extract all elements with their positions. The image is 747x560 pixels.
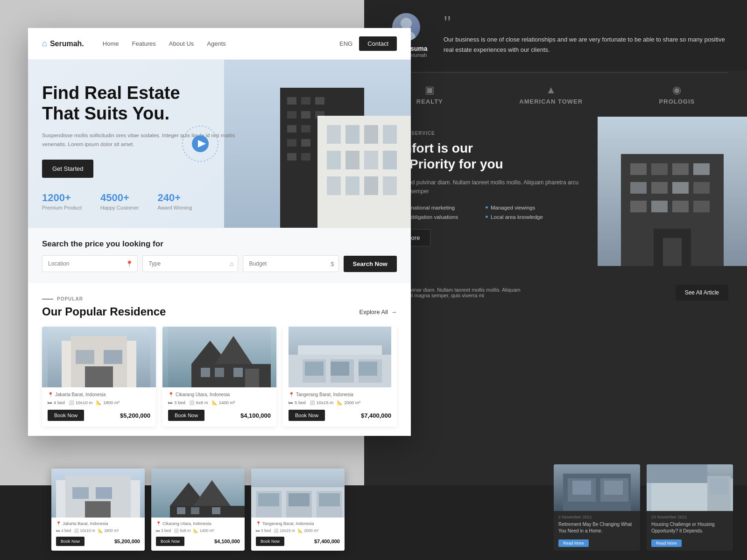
overlay-card-1: 📍 Jakarta Barat, Indonesia 🛏 4 bed ⬜ 10x… xyxy=(51,469,145,551)
location-icon: 📍 xyxy=(126,260,133,267)
svg-rect-89 xyxy=(258,493,279,506)
oc-beds: 🛏 3 bed xyxy=(156,528,171,533)
service-building-image xyxy=(598,117,747,266)
oc-book-button-3[interactable]: Book Now xyxy=(256,537,284,546)
size-spec: ⬜ 10x10 m xyxy=(69,400,92,405)
area-spec: 📐 1800 m² xyxy=(96,400,120,405)
svg-rect-61 xyxy=(245,369,259,387)
stat-num-awards: 240+ xyxy=(158,192,192,204)
nav-agents[interactable]: Agents xyxy=(207,40,226,47)
get-started-button[interactable]: Get Started xyxy=(42,160,93,178)
budget-input[interactable] xyxy=(243,255,338,272)
svg-rect-58 xyxy=(201,368,210,377)
svg-point-0 xyxy=(401,18,412,29)
partners-section: ▣ REALTY ▲ AMERICAN TOWER ◉ PROLOGIS xyxy=(364,75,747,114)
svg-rect-60 xyxy=(233,368,243,377)
pin-icon: 📍 xyxy=(168,392,174,397)
stat-customers: 4500+ Happy Customer xyxy=(100,192,139,210)
oc-beds: 🛏 4 bed xyxy=(56,528,71,533)
book-now-button-2[interactable]: Book Now xyxy=(168,410,204,421)
book-now-button-1[interactable]: Book Now xyxy=(48,410,84,421)
svg-rect-11 xyxy=(693,182,710,194)
card-location-2: 📍 Cikarang Utara, Indonesia xyxy=(168,392,271,397)
arrow-icon: → xyxy=(391,308,397,315)
location-input-wrap: 📍 xyxy=(42,255,138,272)
oc-price-1: $5,200,000 xyxy=(114,539,140,544)
book-now-button-3[interactable]: Book Now xyxy=(289,410,325,421)
oc-area: 📐 2000 m² xyxy=(298,528,318,533)
explore-all-link[interactable]: Explore All → xyxy=(359,308,397,315)
nav-home[interactable]: Home xyxy=(103,40,119,47)
oc-price-2: $4,100,000 xyxy=(214,539,240,544)
svg-rect-21 xyxy=(327,125,341,144)
svg-rect-59 xyxy=(215,368,224,377)
svg-rect-12 xyxy=(630,201,647,212)
svg-rect-32 xyxy=(383,176,397,195)
overlay-card-3: 📍 Tangerang Barat, Indonesia 🛏 5 bed ⬜ 1… xyxy=(251,469,345,551)
overlay-card-2: 📍 Cikarang Utara, Indonesia 🛏 3 bed ⬜ 6x… xyxy=(151,469,245,551)
svg-rect-69 xyxy=(331,362,349,376)
logo-icon: ⌂ xyxy=(42,39,47,49)
svg-rect-17 xyxy=(663,238,682,266)
oc-specs-1: 🛏 4 bed ⬜ 10x10 m 📐 1800 m² xyxy=(56,528,140,533)
nav-about[interactable]: About Us xyxy=(169,40,194,47)
stat-num-customers: 4500+ xyxy=(100,192,139,204)
card-footer-1: Book Now $5,200,000 xyxy=(48,410,150,421)
svg-rect-26 xyxy=(345,151,359,169)
service-description: Vivamus sed pulvinar diam. Nullam laoree… xyxy=(383,178,579,196)
oc-size: ⬜ 6x8 m xyxy=(174,528,190,533)
service-tag: OUR SERVICE xyxy=(383,131,579,136)
oc-size: ⬜ 10x15 m xyxy=(274,528,295,533)
hero-title: Find Real Estate That Suits You. xyxy=(42,83,238,124)
nav-features[interactable]: Features xyxy=(132,40,155,47)
dbc-read-more-1[interactable]: Read More xyxy=(558,539,589,547)
popular-section: POPULAR Our Popular Residence Explore Al… xyxy=(28,283,411,436)
stat-awards: 240+ Award Winning xyxy=(158,192,192,210)
oc-book-button-2[interactable]: Book Now xyxy=(156,537,184,546)
overlay-card-image-1 xyxy=(51,469,145,518)
property-card-1: 📍 Jakarta Barat, Indonesia 🛏 4 bed ⬜ 10x… xyxy=(42,327,156,427)
popular-tag: POPULAR xyxy=(42,296,397,301)
oc-footer-3: Book Now $7,400,000 xyxy=(256,537,340,546)
search-now-button[interactable]: Search Now xyxy=(344,256,397,272)
svg-rect-82 xyxy=(191,507,199,514)
overlay-card-image-3 xyxy=(251,469,345,518)
oc-footer-2: Book Now $4,100,000 xyxy=(156,537,240,546)
svg-rect-4 xyxy=(630,163,647,175)
type-input[interactable] xyxy=(142,255,238,272)
oc-area: 📐 1400 m² xyxy=(193,528,214,533)
card-body-2: 📍 Cikarang Utara, Indonesia 🛏 3 bed ⬜ 6x… xyxy=(162,387,276,427)
dbc-read-more-2[interactable]: Read More xyxy=(651,539,682,547)
language-selector[interactable]: ENG xyxy=(339,40,352,47)
card-price-2: $4,100,000 xyxy=(240,412,271,419)
nav-right: ENG Contact xyxy=(339,36,397,51)
svg-rect-74 xyxy=(72,487,89,499)
dbc-image-2 xyxy=(647,464,733,511)
dark-blog-card-1: 2 November 2021 Retirement May Be Changi… xyxy=(554,464,640,551)
budget-input-wrap: $ xyxy=(243,255,338,272)
svg-rect-14 xyxy=(672,201,689,212)
svg-rect-91 xyxy=(319,493,340,506)
video-badge[interactable] xyxy=(182,125,219,162)
pin-icon: 📍 xyxy=(156,521,161,526)
building-photo xyxy=(598,117,747,266)
oc-location-2: 📍 Cikarang Utara, Indonesia xyxy=(156,521,240,526)
area-spec: 📐 2000 m² xyxy=(337,400,360,405)
stat-label-awards: Award Winning xyxy=(158,205,192,210)
see-all-articles-button[interactable]: See All Article xyxy=(676,285,728,301)
contact-button[interactable]: Contact xyxy=(359,36,397,51)
svg-rect-40 xyxy=(301,125,310,133)
svg-rect-68 xyxy=(305,362,324,376)
dollar-icon: $ xyxy=(331,260,334,267)
oc-book-button-1[interactable]: Book Now xyxy=(56,537,85,546)
partner-realty: ▣ REALTY xyxy=(416,84,443,105)
card-body-1: 📍 Jakarta Barat, Indonesia 🛏 4 bed ⬜ 10x… xyxy=(42,387,156,427)
svg-rect-41 xyxy=(287,139,296,147)
location-input[interactable] xyxy=(42,255,138,272)
oc-price-3: $7,400,000 xyxy=(314,539,340,544)
property-cards-list: 📍 Jakarta Barat, Indonesia 🛏 4 bed ⬜ 10x… xyxy=(42,327,397,427)
card-specs-1: 🛏 4 bed ⬜ 10x10 m 📐 1800 m² xyxy=(48,400,150,405)
svg-rect-13 xyxy=(651,201,668,212)
blog-header: mus sed pulvinar diam. Nullam laoreet mo… xyxy=(383,285,728,301)
svg-rect-15 xyxy=(693,201,710,212)
